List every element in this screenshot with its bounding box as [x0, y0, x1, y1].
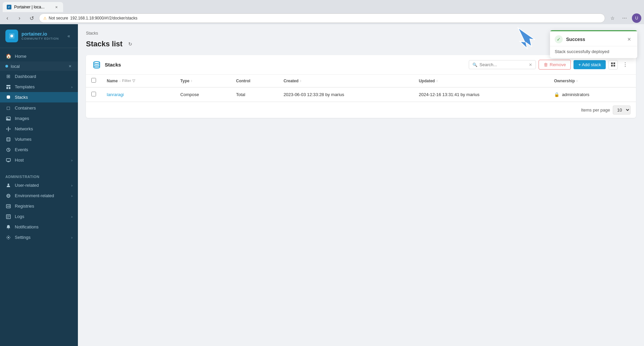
sidebar-item-images[interactable]: Images — [0, 113, 78, 124]
stacks-icon — [5, 95, 11, 100]
select-all-checkbox[interactable] — [91, 78, 96, 83]
sidebar-item-label: Templates — [15, 84, 68, 89]
sidebar-item-label: Volumes — [15, 137, 73, 142]
user-related-chevron-icon: › — [71, 183, 73, 187]
sidebar-item-logs[interactable]: Logs › — [0, 211, 78, 222]
sidebar-collapse-btn[interactable]: « — [65, 32, 73, 40]
add-stack-button[interactable]: + Add stack — [573, 60, 606, 69]
sidebar-item-volumes[interactable]: Volumes — [0, 134, 78, 144]
bookmark-button[interactable]: ☆ — [608, 13, 617, 23]
add-stack-label: + Add stack — [578, 62, 601, 67]
sidebar-item-containers[interactable]: ◻ Containers — [0, 102, 78, 113]
th-ownership-label: Ownership — [554, 79, 575, 83]
th-name-label: Name — [107, 79, 118, 83]
search-input[interactable] — [479, 62, 527, 67]
ownership-sort-icon[interactable]: ↕ — [576, 79, 578, 83]
sidebar-item-dashboard[interactable]: ⊞ Dashboard — [0, 71, 78, 82]
sidebar-item-events[interactable]: Events — [0, 144, 78, 155]
forward-button[interactable]: › — [15, 13, 24, 23]
sidebar-item-templates[interactable]: Templates › — [0, 82, 78, 92]
svg-point-9 — [6, 128, 7, 129]
sidebar-item-settings[interactable]: Settings › — [0, 232, 78, 243]
row-updated-cell: 2024-12-16 13:31:41 by marius — [413, 87, 549, 102]
notification-close-button[interactable]: ✕ — [626, 36, 633, 43]
notification-title: Success — [566, 37, 623, 42]
sidebar-item-environment-related[interactable]: Environment-related › — [0, 190, 78, 201]
th-name: Name ↓ Filter ▽ — [101, 75, 175, 87]
url-not-secure-label: Not secure — [49, 16, 68, 20]
created-sort-icon[interactable]: ↕ — [300, 79, 302, 83]
svg-rect-41 — [613, 65, 615, 67]
url-bar[interactable]: ⚠ Not secure 192.168.1.18:9000/#!/2/dock… — [39, 13, 605, 23]
sidebar-item-label: Home — [15, 54, 73, 59]
sidebar-item-user-related[interactable]: User-related › — [0, 180, 78, 190]
type-sort-icon[interactable]: ↕ — [191, 79, 192, 83]
sidebar-item-home[interactable]: 🏠 Home — [0, 51, 78, 61]
search-icon: 🔍 — [472, 62, 477, 67]
table-row: lanraragi Compose Total 2023-06-03 12:33… — [86, 87, 636, 102]
sidebar-item-registries[interactable]: Registries — [0, 201, 78, 211]
svg-point-37 — [94, 61, 100, 63]
stack-name-link[interactable]: lanraragi — [107, 92, 124, 97]
tab-close-btn[interactable]: ✕ — [54, 4, 59, 10]
row-control-cell: Total — [231, 87, 278, 102]
sidebar-item-stacks[interactable]: Stacks — [0, 92, 78, 102]
ownership-value: administrators — [562, 92, 590, 97]
sidebar-item-label: Stacks — [15, 95, 73, 100]
url-text: 192.168.1.18:9000/#!/2/docker/stacks — [70, 16, 137, 20]
name-filter-icon[interactable]: Filter ▽ — [122, 79, 135, 83]
row-type-cell: Compose — [175, 87, 231, 102]
more-options-button[interactable]: ⋮ — [620, 60, 630, 70]
stacks-card-title: Stacks — [105, 62, 465, 68]
select-all-header — [86, 75, 101, 87]
sidebar-item-notifications[interactable]: Notifications — [0, 222, 78, 232]
notification-message: Stack successfully deployed — [550, 46, 637, 58]
stacks-card-icon — [92, 60, 101, 70]
portainer-logo-icon — [5, 30, 18, 42]
row-name-cell: lanraragi — [101, 87, 175, 102]
host-chevron-icon: › — [71, 158, 73, 162]
profile-button[interactable]: U — [632, 13, 641, 23]
environment-item-local[interactable]: local ✕ — [0, 61, 78, 71]
sidebar-item-host[interactable]: Host › — [0, 155, 78, 165]
sidebar-item-networks[interactable]: Networks — [0, 124, 78, 134]
sidebar-logo: portainer.io COMMUNITY EDITION « — [0, 24, 78, 48]
volumes-icon — [5, 137, 11, 142]
search-clear-icon[interactable]: ✕ — [529, 62, 532, 67]
th-updated-label: Updated — [419, 79, 435, 83]
sidebar-item-label: Host — [15, 158, 68, 163]
svg-point-28 — [7, 206, 8, 207]
browser-tab[interactable]: P Portainer | loca... ✕ — [3, 2, 63, 12]
logs-icon — [5, 214, 11, 219]
reload-button[interactable]: ↺ — [27, 13, 36, 23]
name-sort-icon[interactable]: ↓ — [119, 79, 121, 83]
th-type-label: Type — [180, 79, 189, 83]
success-notification: ✓ Success ✕ Stack successfully deployed — [550, 30, 637, 58]
settings-icon — [5, 235, 11, 240]
sidebar-item-label: Notifications — [15, 224, 73, 229]
stacks-table: Name ↓ Filter ▽ Type ↕ Co — [86, 75, 636, 102]
th-type: Type ↕ — [175, 75, 231, 87]
events-icon — [5, 147, 11, 152]
th-updated: Updated ↕ — [413, 75, 549, 87]
extensions-button[interactable]: ⋯ — [620, 13, 629, 23]
svg-rect-20 — [7, 162, 9, 162]
notifications-icon — [5, 225, 11, 229]
th-ownership: Ownership ↕ — [549, 75, 636, 87]
svg-point-11 — [8, 127, 9, 128]
user-related-icon — [5, 183, 11, 188]
sidebar-item-label: Events — [15, 147, 73, 152]
edition-label: COMMUNITY EDITION — [21, 37, 59, 41]
updated-sort-icon[interactable]: ↕ — [436, 79, 438, 83]
items-per-page-select[interactable]: 102550 — [613, 105, 631, 115]
sidebar-item-label: Settings — [15, 235, 68, 240]
registries-icon — [5, 204, 11, 209]
remove-button[interactable]: 🗑 Remove — [539, 60, 571, 70]
env-close-btn[interactable]: ✕ — [67, 63, 73, 69]
svg-rect-4 — [9, 87, 10, 89]
table-view-button[interactable] — [608, 60, 618, 70]
back-button[interactable]: ‹ — [3, 13, 12, 23]
refresh-button[interactable]: ↻ — [126, 40, 135, 48]
search-box[interactable]: 🔍 ✕ — [469, 60, 536, 69]
row-select-checkbox[interactable] — [91, 92, 96, 96]
